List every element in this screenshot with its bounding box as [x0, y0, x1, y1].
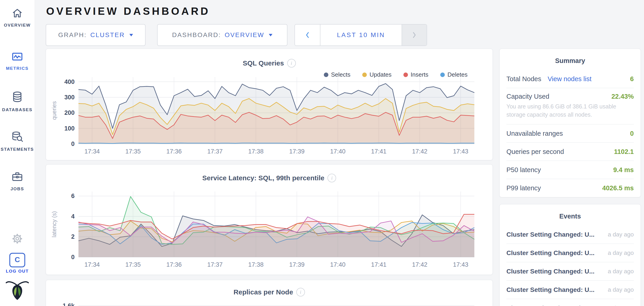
svg-text:6: 6 [71, 192, 74, 200]
event-text[interactable]: Cluster Setting Changed: U... [506, 305, 594, 306]
home-icon [11, 7, 24, 20]
sidebar-item-logout[interactable]: C LOG OUT [0, 253, 34, 274]
sidebar-item-settings[interactable] [0, 232, 34, 246]
event-time: a day ago [608, 268, 634, 275]
svg-text:17:37: 17:37 [207, 261, 223, 268]
cockroach-c-icon: C [9, 253, 25, 267]
svg-text:17:42: 17:42 [412, 148, 428, 155]
capacity-value: 22.43% [612, 93, 634, 100]
replicas-per-node-chart: 1.6k [46, 280, 493, 306]
svg-text:17:41: 17:41 [371, 261, 386, 268]
database-icon [11, 90, 24, 104]
svg-text:17:34: 17:34 [84, 148, 100, 155]
svg-text:17:35: 17:35 [125, 261, 141, 268]
svg-text:17:39: 17:39 [289, 261, 305, 268]
chevron-down-icon [130, 34, 133, 36]
svg-text:17:43: 17:43 [453, 261, 468, 268]
metrics-graph-icon [10, 50, 24, 63]
summary-row-qps: Queries per second 1102.1 [506, 142, 634, 160]
gear-icon [11, 232, 24, 245]
logout-label: LOG OUT [0, 269, 34, 274]
sidebar-item-label: STATEMENTS [0, 147, 34, 152]
page-title: OVERVIEW DASHBOARD [46, 5, 210, 17]
event-row[interactable]: Cluster Setting Changed: U...a day ago [506, 280, 634, 299]
events-title: Events [500, 204, 640, 226]
dashboard-dropdown-value: OVERVIEW [225, 31, 264, 39]
graph-dropdown[interactable]: GRAPH: CLUSTER [46, 24, 146, 46]
svg-text:17:36: 17:36 [166, 148, 182, 155]
chevron-right-icon [412, 31, 417, 39]
row-value: 4026.5 ms [602, 184, 634, 192]
sidebar-item-label: DATABASES [0, 107, 34, 112]
row-label: P50 latency [506, 166, 541, 174]
graph-dropdown-value: CLUSTER [90, 31, 125, 39]
sidebar-item-databases[interactable]: DATABASES [0, 90, 34, 112]
sidebar-item-label: OVERVIEW [0, 23, 34, 28]
sidebar-item-label: JOBS [0, 186, 34, 192]
svg-text:17:37: 17:37 [207, 148, 223, 155]
row-label: P99 latency [506, 184, 541, 192]
event-row[interactable]: Cluster Setting Changed: U...a day ago [506, 299, 634, 306]
summary-title: Summary [500, 49, 640, 70]
view-nodes-list-link[interactable]: View nodes list [548, 75, 592, 83]
database-search-icon [11, 130, 24, 144]
sql-queries-chart: 17:3417:3517:3617:3717:3817:3917:4017:41… [46, 49, 493, 160]
overview-dashboard-page: OVERVIEW METRICS DATABASE [0, 0, 644, 306]
total-nodes-value: 6 [630, 75, 634, 83]
service-latency-card: Service Latency: SQL, 99th percentile i … [46, 164, 493, 275]
events-list: Cluster Setting Changed: U...a day agoCl… [500, 226, 640, 306]
sidebar-item-overview[interactable]: OVERVIEW [0, 7, 34, 28]
capacity-note: You are using 86.6 GiB of 386.1 GiB usab… [506, 102, 634, 119]
summary-row-p50: P50 latency 9.4 ms [506, 160, 634, 179]
svg-text:17:40: 17:40 [330, 261, 346, 268]
total-nodes-label: Total Nodes [506, 75, 541, 83]
svg-text:17:43: 17:43 [453, 148, 468, 155]
event-text[interactable]: Cluster Setting Changed: U... [506, 268, 594, 275]
event-time: a day ago [608, 286, 634, 293]
sidebar-item-statements[interactable]: STATEMENTS [0, 130, 34, 152]
row-value: 0 [630, 130, 634, 137]
event-row[interactable]: Cluster Setting Changed: U...a day ago [506, 244, 634, 262]
svg-text:17:36: 17:36 [166, 261, 182, 268]
event-time: a day ago [608, 231, 634, 238]
sidebar: OVERVIEW METRICS DATABASE [0, 0, 35, 306]
svg-text:300: 300 [64, 94, 74, 101]
time-next-button[interactable] [402, 24, 426, 46]
service-latency-chart: 17:3417:3517:3617:3717:3817:3917:4017:41… [46, 164, 493, 275]
event-row[interactable]: Cluster Setting Changed: U...a day ago [506, 262, 634, 280]
summary-row-capacity: Capacity Used 22.43% You are using 86.6 … [506, 88, 634, 124]
summary-row-unavailable-ranges: Unavailable ranges 0 [506, 124, 634, 142]
sidebar-item-jobs[interactable]: JOBS [0, 170, 34, 192]
event-text[interactable]: Cluster Setting Changed: U... [506, 231, 594, 238]
chevron-down-icon [269, 34, 272, 36]
time-prev-button[interactable] [295, 24, 320, 46]
cockroach-logo[interactable] [0, 280, 34, 302]
dashboard-dropdown-label: DASHBOARD: [172, 31, 221, 39]
row-value: 9.4 ms [613, 166, 634, 174]
svg-text:17:42: 17:42 [412, 261, 428, 268]
svg-text:2: 2 [71, 233, 74, 240]
svg-text:17:41: 17:41 [371, 148, 386, 155]
svg-text:200: 200 [64, 109, 74, 116]
row-value: 1102.1 [614, 148, 634, 156]
svg-text:1.6k: 1.6k [62, 302, 75, 306]
svg-text:17:40: 17:40 [330, 148, 346, 155]
event-time: a day ago [608, 250, 634, 256]
event-text[interactable]: Cluster Setting Changed: U... [506, 286, 594, 294]
svg-text:4: 4 [71, 213, 74, 220]
time-range-value[interactable]: LAST 10 MIN [320, 24, 402, 46]
sidebar-item-metrics[interactable]: METRICS [0, 50, 34, 71]
svg-text:400: 400 [64, 78, 74, 85]
svg-text:latency (s): latency (s) [51, 211, 57, 237]
svg-text:queries: queries [51, 101, 57, 120]
event-text[interactable]: Cluster Setting Changed: U... [506, 250, 594, 257]
capacity-label: Capacity Used [506, 93, 550, 100]
time-range-selector: LAST 10 MIN [294, 24, 427, 46]
sql-queries-card: SQL Queries i SelectsUpdatesInsertsDelet… [46, 49, 493, 160]
svg-text:0: 0 [71, 140, 74, 147]
svg-text:100: 100 [64, 125, 74, 132]
cockroach-bug-icon [5, 280, 30, 301]
event-row[interactable]: Cluster Setting Changed: U...a day ago [506, 226, 634, 244]
dashboard-dropdown[interactable]: DASHBOARD: OVERVIEW [157, 24, 288, 46]
summary-row-total-nodes: Total Nodes View nodes list 6 [506, 70, 634, 88]
